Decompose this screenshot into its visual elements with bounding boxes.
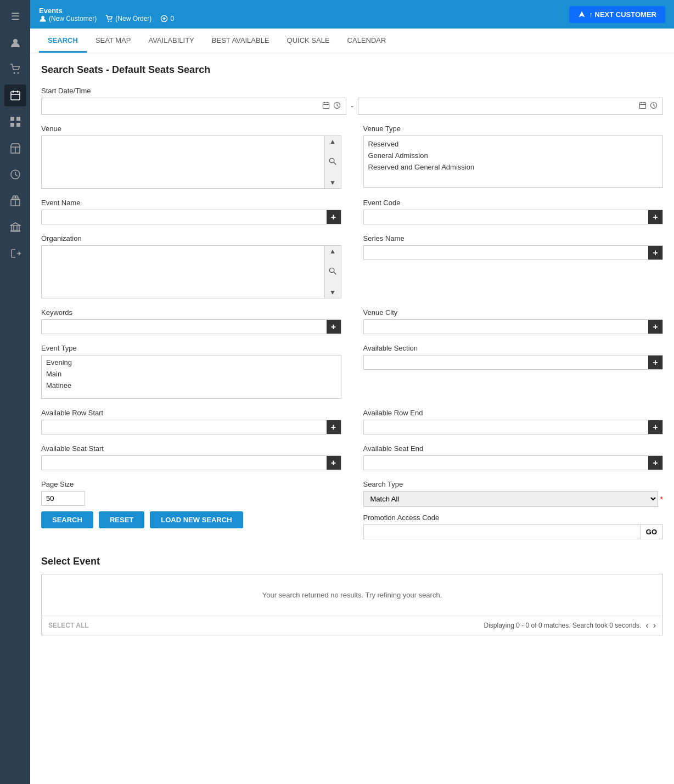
- keywords-input[interactable]: [42, 320, 327, 334]
- available-section-plus-btn[interactable]: +: [648, 356, 662, 369]
- event-type-label: Event Type: [41, 344, 341, 352]
- sidebar-item-user[interactable]: [4, 32, 26, 54]
- sidebar-item-gift[interactable]: [4, 190, 26, 212]
- available-section-input-wrap: +: [363, 355, 664, 370]
- start-date-clock-btn[interactable]: [332, 100, 342, 112]
- venue-type-reserved[interactable]: Reserved: [364, 138, 663, 150]
- results-prev-btn[interactable]: ‹: [645, 621, 648, 630]
- page-size-input[interactable]: 50: [41, 491, 85, 506]
- required-star: *: [660, 495, 663, 504]
- org-wrap: ▲ ▼: [41, 245, 341, 298]
- row-end-plus-btn[interactable]: +: [648, 420, 662, 434]
- sidebar-item-cart[interactable]: [4, 58, 26, 80]
- keywords-plus-btn[interactable]: +: [327, 320, 341, 334]
- svg-rect-8: [16, 117, 20, 121]
- tab-quick-sale[interactable]: QUICK SALE: [278, 29, 339, 53]
- results-next-btn[interactable]: ›: [653, 621, 656, 630]
- org-textarea[interactable]: [42, 246, 324, 298]
- svg-point-1: [13, 72, 15, 74]
- svg-rect-31: [323, 103, 329, 109]
- start-date-calendar-btn[interactable]: [321, 100, 332, 112]
- event-type-matinee[interactable]: Matinee: [42, 380, 341, 391]
- load-new-search-button[interactable]: LOAD NEW SEARCH: [150, 511, 243, 528]
- event-name-input[interactable]: [42, 210, 327, 224]
- tab-availability[interactable]: AVAILABILITY: [139, 29, 203, 53]
- venue-scroll-up-btn[interactable]: ▲: [328, 136, 338, 147]
- event-code-input[interactable]: [364, 210, 649, 224]
- svg-rect-16: [12, 198, 19, 200]
- svg-line-44: [334, 272, 336, 274]
- event-code-input-wrap: +: [363, 210, 664, 224]
- start-date-input[interactable]: [45, 102, 321, 110]
- row-start-input[interactable]: [42, 420, 327, 434]
- row-end-input[interactable]: [364, 420, 649, 434]
- end-date-clock-btn[interactable]: [648, 100, 659, 112]
- venue-type-both[interactable]: Reserved and General Admission: [364, 161, 663, 173]
- go-button[interactable]: GO: [640, 525, 662, 539]
- svg-rect-3: [11, 92, 20, 100]
- row-start-plus-btn[interactable]: +: [327, 420, 341, 434]
- page-size-label: Page Size: [41, 480, 341, 488]
- search-button[interactable]: SEARCH: [41, 511, 93, 528]
- page-title: Search Seats - Default Seats Search: [41, 64, 663, 76]
- venue-sidebar: ▲ ▼: [324, 136, 341, 188]
- results-meta: Displaying 0 - 0 of 0 matches. Search to…: [484, 621, 656, 630]
- tab-best-available[interactable]: BEST AVAILABLE: [203, 29, 278, 53]
- sidebar-item-calendar[interactable]: [4, 84, 26, 106]
- row-end-label: Available Row End: [363, 409, 664, 417]
- seat-end-plus-btn[interactable]: +: [648, 456, 662, 470]
- venue-city-input[interactable]: [364, 320, 649, 334]
- series-name-label: Series Name: [363, 234, 664, 242]
- sidebar-item-store[interactable]: [4, 137, 26, 159]
- venue-label: Venue: [41, 125, 341, 133]
- org-search-btn[interactable]: [329, 257, 336, 287]
- promo-input[interactable]: [364, 525, 640, 539]
- venue-wrap: ▲ ▼: [41, 136, 341, 189]
- event-name-input-wrap: +: [41, 210, 341, 224]
- display-info: Displaying 0 - 0 of 0 matches. Search to…: [484, 622, 642, 629]
- venue-scroll-down-btn[interactable]: ▼: [328, 177, 338, 188]
- org-scroll-down-btn[interactable]: ▼: [328, 287, 338, 298]
- seat-end-input[interactable]: [364, 456, 649, 470]
- svg-point-43: [329, 268, 334, 272]
- venue-textarea[interactable]: [42, 136, 324, 188]
- select-all-button[interactable]: SELECT ALL: [48, 622, 89, 629]
- end-date-input[interactable]: [362, 102, 637, 110]
- row-end-group: Available Row End +: [363, 409, 664, 435]
- seat-start-plus-btn[interactable]: +: [327, 456, 341, 470]
- svg-point-41: [329, 158, 334, 162]
- venue-city-plus-btn[interactable]: +: [648, 320, 662, 334]
- next-customer-button[interactable]: ↑ NEXT CUSTOMER: [569, 6, 665, 23]
- event-type-main[interactable]: Main: [42, 368, 341, 380]
- event-name-plus-btn[interactable]: +: [327, 210, 341, 224]
- event-type-listbox[interactable]: Evening Main Matinee: [41, 355, 341, 399]
- venue-type-listbox[interactable]: Reserved General Admission Reserved and …: [363, 136, 664, 188]
- sidebar-item-bank[interactable]: [4, 216, 26, 238]
- svg-point-25: [108, 20, 109, 21]
- sidebar-item-hamburger[interactable]: ☰: [4, 5, 26, 27]
- sidebar-item-exit[interactable]: [4, 242, 26, 264]
- venue-type-general[interactable]: General Admission: [364, 150, 663, 161]
- end-date-calendar-btn[interactable]: [637, 100, 648, 112]
- series-name-plus-btn[interactable]: +: [648, 246, 662, 260]
- sidebar-item-grid[interactable]: [4, 111, 26, 133]
- reset-button[interactable]: RESET: [99, 511, 144, 528]
- seat-start-input[interactable]: [42, 456, 327, 470]
- sidebar-item-clock[interactable]: [4, 163, 26, 185]
- topbar-queue: 0: [160, 15, 174, 22]
- start-date-wrap: [41, 98, 346, 115]
- available-section-input[interactable]: [364, 356, 649, 369]
- event-type-evening[interactable]: Evening: [42, 357, 341, 368]
- event-code-plus-btn[interactable]: +: [648, 210, 662, 224]
- tab-search[interactable]: SEARCH: [39, 29, 87, 53]
- tab-calendar[interactable]: CALENDAR: [339, 29, 395, 53]
- org-scroll-up-btn[interactable]: ▲: [328, 246, 338, 257]
- tab-seat-map[interactable]: SEAT MAP: [87, 29, 140, 53]
- series-name-input[interactable]: [364, 246, 649, 260]
- seat-start-group: Available Seat Start +: [41, 444, 341, 470]
- venue-search-btn[interactable]: [329, 147, 336, 177]
- sidebar: ☰: [0, 0, 30, 784]
- search-type-select[interactable]: Match All Match Any: [363, 491, 658, 507]
- event-name-group: Event Name +: [41, 199, 341, 224]
- row-end-input-wrap: +: [363, 420, 664, 435]
